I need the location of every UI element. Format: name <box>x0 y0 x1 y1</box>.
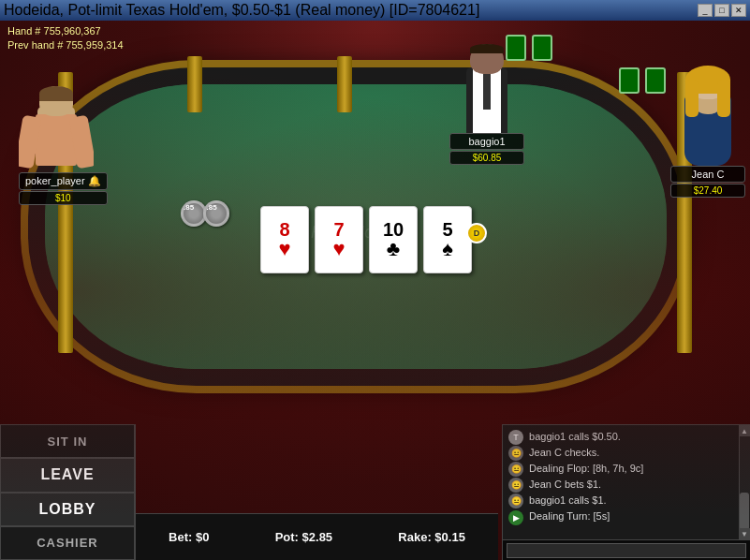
rake-label: Rake: <box>398 530 431 544</box>
chat-scrollbar[interactable]: ▲ ▼ <box>739 425 750 539</box>
scroll-down-arrow[interactable]: ▼ <box>739 528 750 539</box>
leave-button[interactable]: LEAVE <box>0 458 135 492</box>
table-post-center <box>337 56 352 112</box>
cashier-button[interactable]: CASHIER <box>0 526 135 560</box>
chat-message-6: ▶ Dealing Turn: [5s] <box>508 508 744 524</box>
player-jean-c-name: Jean C <box>670 166 745 183</box>
player-baggio1-name: baggio1 <box>449 133 524 150</box>
chat-text-6: Dealing Turn: [5s] <box>529 510 610 522</box>
bet-label: Bet: <box>169 530 192 544</box>
lobby-button[interactable]: LOBBY <box>0 493 135 526</box>
maximize-button[interactable]: □ <box>714 4 729 17</box>
chat-icon-face-1: 😐 <box>508 446 523 461</box>
chat-message-3: 😐 Dealing Flop: [8h, 7h, 9c] <box>508 461 744 477</box>
chat-messages: T baggio1 calls $0.50. 😐 Jean C checks. … <box>503 425 750 539</box>
player-baggio1-money: $60.85 <box>449 151 524 165</box>
titlebar-title: Hodeida, Pot-limit Texas Hold'em, $0.50-… <box>4 2 479 19</box>
sidebar: SIT IN LEAVE LOBBY CASHIER <box>0 424 136 560</box>
chat-message-2: 😐 Jean C checks. <box>508 445 744 461</box>
chat-text-4: Jean C bets $1. <box>529 479 601 490</box>
hand-info: Hand # 755,960,367 Prev hand # 755,959,3… <box>7 24 124 53</box>
chat-input-area <box>503 539 750 560</box>
chat-icon-face-4: 😐 <box>508 494 523 508</box>
pot-label: Pot: <box>275 530 299 544</box>
player-jean-c-cards <box>619 67 666 97</box>
player-jean-c: Jean C $27.40 <box>670 63 745 198</box>
community-card-2: 7 ♥ <box>315 206 363 273</box>
chip-2: .85 <box>203 200 229 227</box>
chat-text-3: Dealing Flop: [8h, 7h, 9c] <box>529 463 643 474</box>
chat-text-2: Jean C checks. <box>529 447 599 458</box>
scroll-up-arrow[interactable]: ▲ <box>739 425 750 436</box>
chat-icon-face-2: 😐 <box>508 462 523 477</box>
rake-info: Rake: $0.15 <box>398 530 465 544</box>
titlebar: Hodeida, Pot-limit Texas Hold'em, $0.50-… <box>0 0 750 21</box>
chat-message-5: 😐 baggio1 calls $1. <box>508 493 744 508</box>
titlebar-buttons: _ □ ✕ <box>698 4 746 17</box>
chat-message-1: T baggio1 calls $0.50. <box>508 429 744 445</box>
bet-info: Bet: $0 <box>169 530 209 544</box>
chat-text-5: baggio1 calls $1. <box>529 494 607 506</box>
minimize-button[interactable]: _ <box>698 4 713 17</box>
player-poker-player-money: $10 <box>19 191 108 205</box>
chat-text-1: baggio1 calls $0.50. <box>529 431 621 442</box>
game-area: Hand # 755,960,367 Prev hand # 755,959,3… <box>0 21 750 560</box>
chat-icon-green-1: ▶ <box>508 510 523 525</box>
bet-value: $0 <box>196 530 209 544</box>
sit-in-button[interactable]: SIT IN <box>0 424 135 458</box>
close-button[interactable]: ✕ <box>731 4 746 17</box>
chat-message-4: 😐 Jean C bets $1. <box>508 477 744 493</box>
community-card-1: 8 ♥ <box>260 206 309 273</box>
community-cards: 8 ♥ 7 ♥ 10 ♣ 5 ♠ <box>260 206 472 273</box>
bottom-bar: Bet: $0 Pot: $2.85 Rake: $0.15 <box>136 513 498 560</box>
chat-icon-face-3: 😐 <box>508 478 523 493</box>
hand-number: Hand # 755,960,367 <box>7 24 124 38</box>
player-baggio1: baggio1 $60.85 <box>449 39 524 165</box>
prev-hand-number: Prev hand # 755,959,314 <box>7 38 124 52</box>
chat-area: T baggio1 calls $0.50. 😐 Jean C checks. … <box>502 424 750 560</box>
table-felt: Real Money .85 .85 8 ♥ 7 ♥ 10 <box>45 84 667 369</box>
player-jean-c-money: $27.40 <box>670 184 745 198</box>
chat-icon-T-1: T <box>508 430 523 445</box>
player-poker-player-name: poker_player 🔔 <box>19 172 108 190</box>
player-baggio1-cards <box>506 35 552 65</box>
chat-input-field[interactable] <box>507 543 746 558</box>
pot-value: $2.85 <box>302 530 333 544</box>
player-poker-player: poker_player 🔔 $10 <box>19 79 108 205</box>
poker-table: Real Money .85 .85 8 ♥ 7 ♥ 10 <box>28 67 684 386</box>
rake-value: $0.15 <box>434 530 465 544</box>
chat-scroll-thumb[interactable] <box>740 493 749 530</box>
community-card-3: 10 ♣ <box>369 206 418 273</box>
pot-info: Pot: $2.85 <box>275 530 332 544</box>
table-post-center-left <box>187 56 202 112</box>
dealer-button: D <box>466 223 487 243</box>
chips-area: .85 .85 <box>181 197 229 227</box>
community-card-4: 5 ♠ <box>423 206 472 273</box>
